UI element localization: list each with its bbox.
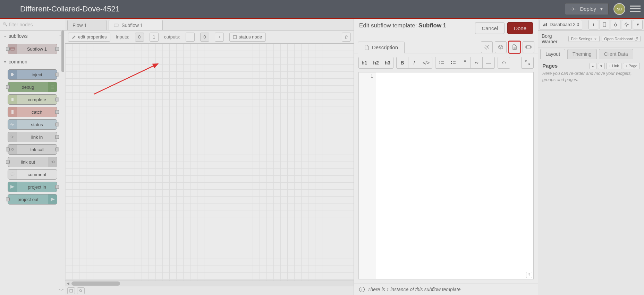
sidebar-tab-dashboard[interactable]: Dashboard 2.0 <box>540 20 582 29</box>
tray-tab-module[interactable] <box>495 41 507 53</box>
svg-rect-11 <box>114 24 118 27</box>
md-link-button[interactable] <box>471 57 483 68</box>
document-icon <box>512 44 517 50</box>
svg-rect-31 <box>544 24 545 26</box>
ordered-list-icon: 12 <box>439 61 444 65</box>
editor-gutter: 1 <box>359 72 376 279</box>
description-editor[interactable]: 1 ? <box>358 72 534 279</box>
tray-tab-properties[interactable] <box>481 41 493 53</box>
palette-node-project-in[interactable]: project in <box>8 182 57 192</box>
book-icon <box>602 22 607 27</box>
palette-node-complete[interactable]: complete <box>8 94 57 105</box>
unordered-list-icon <box>451 61 456 65</box>
done-button[interactable]: Done <box>507 22 533 34</box>
md-hr-button[interactable]: — <box>483 57 494 68</box>
footer-search-button[interactable] <box>77 287 85 294</box>
gear-icon <box>624 22 629 27</box>
collapse-all-button[interactable]: ▴ <box>590 63 596 69</box>
catch-icon <box>8 107 17 117</box>
md-italic-button[interactable]: I <box>408 57 420 68</box>
inputs-set-1-button[interactable]: 1 <box>150 33 159 42</box>
main-menu-button[interactable] <box>630 4 641 14</box>
palette-node-status[interactable]: status <box>8 119 57 130</box>
palette-scrollbar[interactable] <box>61 31 64 72</box>
outputs-plus-button[interactable]: + <box>215 33 224 42</box>
dashboard-tab-client-data[interactable]: Client Data <box>599 49 633 59</box>
markdown-toolbar: h1 h2 h3 B I </> 12 “ — <box>354 53 538 72</box>
deploy-label: Deploy <box>580 6 596 12</box>
search-icon <box>79 289 83 293</box>
bug-icon <box>613 23 618 27</box>
tray-tab-description-icon[interactable] <box>509 41 520 53</box>
sidebar-help-button[interactable] <box>600 20 609 29</box>
inject-icon <box>8 70 17 79</box>
palette-node-subflow1[interactable]: Subflow 1 <box>8 44 57 54</box>
md-h3-button[interactable]: h3 <box>382 57 393 68</box>
complete-icon <box>8 95 17 104</box>
deploy-button[interactable]: Deploy ▼ <box>565 3 609 15</box>
dashboard-tab-theming[interactable]: Theming <box>567 49 596 59</box>
project-in-icon <box>8 182 17 192</box>
link-call-icon <box>8 145 17 154</box>
palette-node-comment[interactable]: comment <box>8 169 57 180</box>
tray-tab-appearance[interactable] <box>523 41 534 53</box>
outputs-label: outputs: <box>164 34 180 40</box>
document-icon <box>364 45 369 50</box>
edit-properties-button[interactable]: edit properties <box>68 33 110 42</box>
md-bold-button[interactable]: B <box>397 57 408 68</box>
cube-icon <box>498 44 503 50</box>
status-node-toggle[interactable]: status node <box>229 33 266 42</box>
deploy-icon <box>570 7 576 11</box>
outputs-minus-button[interactable]: − <box>186 33 195 42</box>
svg-point-16 <box>486 46 488 48</box>
add-page-button[interactable]: + Page <box>623 63 640 69</box>
trash-icon <box>344 35 348 39</box>
svg-rect-32 <box>546 23 547 26</box>
appearance-icon <box>525 45 532 50</box>
pages-hint: Here you can re-order and move your widg… <box>542 71 640 83</box>
editor-help-button[interactable]: ? <box>526 272 532 278</box>
tray-title: Edit subflow template: Subflow 1 <box>359 22 446 29</box>
palette-section-common[interactable]: common <box>0 56 65 67</box>
link-icon <box>474 61 479 65</box>
edit-settings-button[interactable]: Edit Settings <box>568 36 600 42</box>
palette-node-link-in[interactable]: link in <box>8 132 57 142</box>
tray-tab-description[interactable]: Description <box>358 42 405 53</box>
dashboard-tab-layout[interactable]: Layout <box>540 49 565 59</box>
sidebar-config-button[interactable] <box>622 20 632 29</box>
md-h2-button[interactable]: h2 <box>370 57 382 68</box>
sidebar-debug-button[interactable] <box>611 20 620 29</box>
palette-node-project-out[interactable]: project out <box>8 194 57 205</box>
right-sidebar: Dashboard 2.0 i ▾ Borg Warner Edit Setti… <box>538 19 644 295</box>
cancel-button[interactable]: Cancel <box>475 22 505 34</box>
md-h1-button[interactable]: h1 <box>359 57 370 68</box>
md-undo-button[interactable] <box>498 57 510 68</box>
user-avatar[interactable]: su <box>613 3 625 15</box>
workspace-tabs: Flow 1 Subflow 1 <box>65 19 354 31</box>
md-expand-button[interactable] <box>522 57 533 68</box>
tab-subflow1[interactable]: Subflow 1 <box>109 20 162 30</box>
md-quote-button[interactable]: “ <box>459 57 471 68</box>
delete-subflow-button[interactable] <box>342 33 351 42</box>
palette-node-link-out[interactable]: link out <box>8 157 57 167</box>
palette-node-link-call[interactable]: link call <box>8 144 57 155</box>
palette-section-subflows[interactable]: subflows <box>0 31 65 42</box>
md-ul-button[interactable] <box>447 57 459 68</box>
tab-flow1[interactable]: Flow 1 <box>67 20 107 30</box>
palette-node-inject[interactable]: inject <box>8 69 57 80</box>
code-icon: </> <box>423 60 430 66</box>
md-ol-button[interactable]: 12 <box>435 57 447 68</box>
flow-canvas[interactable]: ◀ <box>65 44 354 286</box>
md-code-button[interactable]: </> <box>420 57 432 68</box>
palette-node-catch[interactable]: catch <box>8 107 57 117</box>
footer-nav-button[interactable] <box>67 287 75 294</box>
palette-filter-input[interactable]: filter nodes <box>0 19 65 31</box>
expand-all-button[interactable]: ▾ <box>598 63 605 69</box>
sidebar-dropdown-button[interactable]: ▾ <box>633 20 643 29</box>
palette-node-debug[interactable]: debug <box>8 82 57 92</box>
canvas-h-scrollbar[interactable]: ◀ <box>65 280 354 286</box>
add-link-button[interactable]: + Link <box>606 63 621 69</box>
palette-scroll-down-icon[interactable]: ﹀ <box>59 287 64 294</box>
sidebar-info-button[interactable]: i <box>588 20 598 29</box>
open-dashboard-button[interactable]: Open Dashboard <box>602 36 641 42</box>
